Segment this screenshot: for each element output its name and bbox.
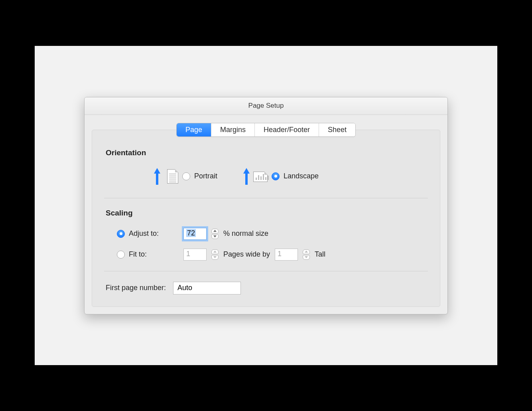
stepper-down-icon[interactable] — [303, 255, 310, 260]
adjust-to-label: Adjust to: — [129, 229, 159, 238]
adjust-to-suffix: % normal size — [223, 229, 268, 238]
landscape-page-icon — [253, 168, 268, 185]
first-page-row: First page number: — [106, 282, 426, 294]
page-setup-window: Page Setup Page Margins Header/Footer Sh… — [84, 97, 448, 314]
tab-segmented-control: Page Margins Header/Footer Sheet — [176, 123, 356, 137]
stepper-down-icon[interactable] — [211, 234, 219, 239]
portrait-page-icon — [164, 168, 178, 185]
arrow-up-icon — [243, 168, 250, 185]
divider — [104, 271, 428, 271]
orientation-row: Portrait — [106, 168, 426, 185]
fit-wide-stepper[interactable] — [211, 249, 219, 260]
scaling-rows: Adjust to: 72 % normal size Fit to: 1 — [106, 228, 426, 261]
stepper-down-icon[interactable] — [211, 255, 219, 260]
stepper-up-icon[interactable] — [211, 249, 219, 254]
window-title: Page Setup — [85, 97, 447, 115]
tall-label: Tall — [315, 250, 325, 259]
tab-sheet[interactable]: Sheet — [319, 123, 355, 136]
fit-tall-stepper[interactable] — [303, 249, 310, 260]
tab-page[interactable]: Page — [177, 123, 211, 136]
fit-tall-input[interactable]: 1 — [275, 249, 298, 261]
backdrop: Page Setup Page Margins Header/Footer Sh… — [35, 46, 497, 365]
panel-page: Orientation Portrait — [92, 130, 440, 307]
fit-to-label: Fit to: — [129, 250, 147, 259]
orientation-portrait-block: Portrait — [154, 168, 217, 185]
tabs-row: Page Margins Header/Footer Sheet — [85, 115, 447, 137]
landscape-label: Landscape — [284, 172, 319, 180]
adjust-to-radio[interactable] — [117, 230, 125, 238]
orientation-heading: Orientation — [106, 148, 426, 157]
fit-to-radio[interactable] — [117, 251, 125, 259]
adjust-to-stepper[interactable] — [211, 229, 219, 239]
fit-wide-input[interactable]: 1 — [183, 249, 207, 261]
first-page-label: First page number: — [106, 284, 166, 292]
fit-to-row: Fit to: 1 Pages wide by 1 Tall — [117, 249, 426, 261]
first-page-input[interactable] — [173, 282, 241, 294]
portrait-radio[interactable] — [182, 172, 190, 180]
arrow-up-icon — [154, 168, 161, 185]
stepper-up-icon[interactable] — [303, 249, 310, 254]
adjust-to-row: Adjust to: 72 % normal size — [117, 228, 426, 240]
pages-wide-by-label: Pages wide by — [223, 250, 270, 259]
landscape-radio[interactable] — [272, 172, 280, 180]
window-title-text: Page Setup — [248, 102, 284, 110]
tab-header-footer[interactable]: Header/Footer — [255, 123, 319, 136]
portrait-label: Portrait — [194, 172, 217, 180]
tab-margins[interactable]: Margins — [211, 123, 255, 136]
stepper-up-icon[interactable] — [211, 229, 219, 233]
divider — [104, 198, 428, 198]
orientation-landscape-block: Landscape — [243, 168, 319, 185]
scaling-heading: Scaling — [106, 209, 426, 217]
adjust-to-input[interactable]: 72 — [183, 228, 207, 240]
